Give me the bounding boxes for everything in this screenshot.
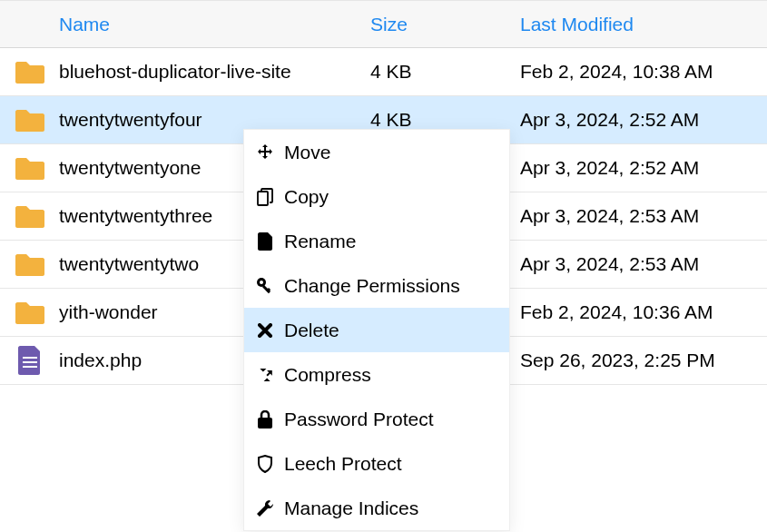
folder-icon — [0, 60, 59, 84]
compress-icon — [255, 367, 275, 383]
copy-icon — [255, 188, 275, 206]
menu-label: Delete — [284, 320, 339, 341]
file-icon — [0, 346, 59, 375]
menu-label: Rename — [284, 231, 356, 252]
folder-icon — [0, 300, 59, 324]
menu-label: Change Permissions — [284, 275, 460, 297]
move-icon — [255, 144, 275, 161]
header-size[interactable]: Size — [363, 14, 513, 35]
file-modified: Feb 2, 2024, 10:36 AM — [513, 301, 762, 323]
svg-rect-0 — [23, 357, 37, 359]
menu-label: Copy — [284, 186, 329, 208]
header-modified[interactable]: Last Modified — [513, 14, 762, 35]
menu-move[interactable]: Move — [244, 130, 509, 174]
folder-icon — [0, 204, 59, 228]
folder-icon — [0, 156, 59, 180]
menu-compress[interactable]: Compress — [244, 352, 509, 385]
file-modified: Feb 2, 2024, 10:38 AM — [513, 61, 762, 83]
menu-rename[interactable]: Rename — [244, 219, 509, 263]
file-modified: Sep 26, 2023, 2:25 PM — [513, 350, 762, 371]
menu-delete[interactable]: Delete — [244, 308, 509, 352]
delete-icon — [255, 323, 275, 338]
rename-icon — [255, 232, 275, 251]
table-header: Name Size Last Modified — [0, 0, 767, 48]
folder-icon — [0, 108, 59, 132]
svg-rect-3 — [258, 192, 268, 205]
svg-rect-2 — [23, 366, 37, 368]
key-icon — [255, 277, 275, 295]
file-modified: Apr 3, 2024, 2:53 AM — [513, 205, 762, 227]
file-name: bluehost-duplicator-live-site — [59, 61, 363, 83]
menu-change-permissions[interactable]: Change Permissions — [244, 263, 509, 308]
file-modified: Apr 3, 2024, 2:53 AM — [513, 253, 762, 275]
folder-icon — [0, 252, 59, 276]
file-modified: Apr 3, 2024, 2:52 AM — [513, 157, 762, 179]
svg-rect-1 — [23, 361, 37, 363]
file-size: 4 KB — [363, 61, 513, 83]
header-name[interactable]: Name — [59, 14, 363, 35]
svg-point-5 — [260, 281, 263, 284]
file-name: twentytwentyfour — [59, 109, 363, 131]
file-size: 4 KB — [363, 109, 513, 131]
menu-copy[interactable]: Copy — [244, 174, 509, 219]
context-menu: Move Copy Rename Change Permissions Dele… — [243, 129, 510, 385]
menu-label: Move — [284, 142, 330, 163]
file-modified: Apr 3, 2024, 2:52 AM — [513, 109, 762, 131]
table-row[interactable]: bluehost-duplicator-live-site 4 KB Feb 2… — [0, 48, 767, 96]
menu-label: Compress — [284, 364, 371, 386]
